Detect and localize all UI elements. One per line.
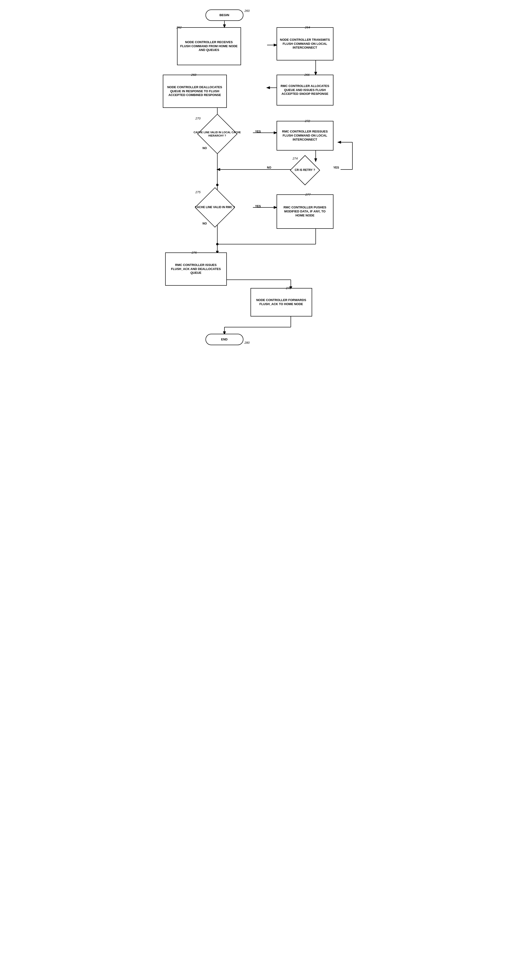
ref-260: 260 — [245, 9, 250, 13]
ref-277: 277 — [305, 193, 311, 196]
node-274: CR IS RETRY ? — [279, 158, 331, 182]
node-270: CACHE LINE VALID IN LOCAL CACHE HIERARCH… — [186, 119, 248, 150]
ref-268: 268 — [191, 73, 197, 76]
svg-point-12 — [216, 184, 218, 186]
node-266: RMC CONTROLLER ALLOCATES QUEUE AND ISSUE… — [277, 75, 334, 105]
node-264: NODE CONTROLLER TRANSMITS FLUSH COMMAND … — [277, 27, 334, 60]
end-node: END — [205, 334, 243, 345]
node-275: CACHE LINE VALID IN RMC ? — [184, 192, 246, 223]
ref-262: 262 — [176, 25, 182, 29]
label-270-yes: YES — [255, 130, 261, 133]
node-272: RMC CONTROLLER REISSUES FLUSH COMMAND ON… — [277, 121, 334, 151]
ref-264: 264 — [305, 25, 310, 29]
label-275-yes: YES — [255, 205, 261, 208]
node-276: RMC CONTROLLER ISSUES FLUSH_ACK AND DEAL… — [165, 253, 227, 286]
ref-272: 272 — [305, 119, 310, 123]
node-262: NODE CONTROLLER RECEIVES FLUSH COMMAND F… — [177, 27, 241, 65]
flowchart-diagram: BEGIN 260 NODE CONTROLLER RECEIVES FLUSH… — [151, 5, 364, 408]
ref-276: 276 — [192, 251, 197, 255]
ref-266: 266 — [305, 73, 310, 76]
ref-280: 280 — [245, 341, 250, 344]
node-277: RMC CONTROLLER PUSHES MODIFIED DATA, IF … — [277, 194, 334, 229]
svg-point-19 — [216, 243, 218, 245]
begin-node: BEGIN — [205, 10, 243, 21]
ref-278: 278 — [286, 286, 291, 290]
node-278: NODE CONTROLLER FORWARDS FLUSH_ACK TO HO… — [251, 288, 312, 317]
node-268: NODE CONTROLLER DEALLOCATES QUEUE IN RES… — [163, 75, 227, 108]
label-274-no: NO — [267, 166, 271, 169]
label-274-yes: YES — [334, 166, 339, 169]
